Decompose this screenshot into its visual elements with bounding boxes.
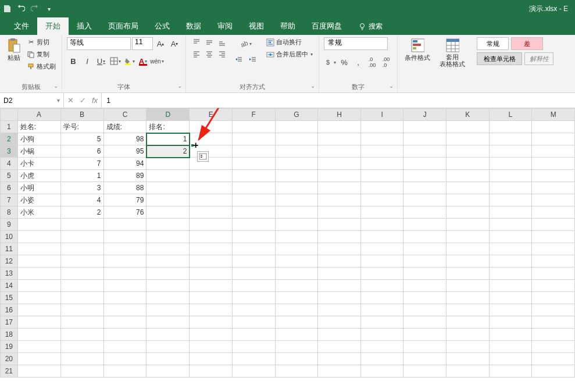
autofill-options-button[interactable] [197, 151, 209, 162]
cell-J7[interactable] [403, 194, 447, 206]
cell-C1[interactable]: 成绩: [103, 121, 147, 133]
row-header-1[interactable]: 1 [1, 121, 18, 133]
cell-K12[interactable] [447, 255, 490, 268]
cell-A11[interactable] [17, 243, 60, 255]
cell-H17[interactable] [318, 316, 361, 329]
cell-I16[interactable] [360, 304, 403, 316]
cell-B9[interactable] [60, 219, 103, 231]
cell-E11[interactable] [190, 243, 233, 255]
format-painter-button[interactable]: 格式刷 [26, 62, 57, 72]
row-header-9[interactable]: 9 [1, 219, 18, 231]
cell-G13[interactable] [275, 268, 318, 280]
cell-B20[interactable] [60, 353, 103, 365]
cell-K5[interactable] [447, 170, 490, 182]
col-header-D[interactable]: D [147, 109, 190, 121]
row-header-2[interactable]: 2 [1, 133, 18, 145]
cell-H11[interactable] [318, 243, 361, 255]
cell-G17[interactable] [275, 316, 318, 329]
cell-D1[interactable]: 排名: [147, 121, 190, 133]
cell-F15[interactable] [232, 292, 275, 304]
row-header-12[interactable]: 12 [1, 255, 18, 268]
row-header-4[interactable]: 4 [1, 158, 18, 170]
cell-A3[interactable]: 小锅 [17, 145, 60, 158]
cell-H2[interactable] [318, 133, 361, 145]
copy-button[interactable]: 复制 [26, 49, 57, 59]
cell-D6[interactable] [147, 182, 190, 194]
cell-D15[interactable] [147, 292, 190, 304]
cell-C10[interactable] [103, 231, 147, 243]
cell-I13[interactable] [360, 268, 403, 280]
cell-E20[interactable] [190, 353, 233, 365]
cell-F20[interactable] [232, 353, 275, 365]
cell-C6[interactable]: 88 [103, 182, 147, 194]
cell-A20[interactable] [17, 353, 60, 365]
cell-L16[interactable] [489, 304, 532, 316]
row-header-17[interactable]: 17 [1, 316, 18, 329]
cell-M9[interactable] [532, 219, 575, 231]
cell-M14[interactable] [532, 280, 575, 292]
cell-B10[interactable] [60, 231, 103, 243]
cell-D2[interactable]: 1 [147, 133, 190, 145]
cell-I7[interactable] [360, 194, 403, 206]
cell-M11[interactable] [532, 243, 575, 255]
border-button[interactable]: ▾ [109, 55, 122, 67]
cell-E4[interactable] [190, 158, 233, 170]
cell-J6[interactable] [403, 182, 447, 194]
italic-button[interactable]: I [81, 55, 94, 67]
tab-file[interactable]: 文件 [6, 17, 37, 35]
cell-H7[interactable] [318, 194, 361, 206]
cell-B18[interactable] [60, 329, 103, 341]
cell-F4[interactable] [232, 158, 275, 170]
cell-H13[interactable] [318, 268, 361, 280]
cell-M6[interactable] [532, 182, 575, 194]
cell-L12[interactable] [489, 255, 532, 268]
cell-B13[interactable] [60, 268, 103, 280]
cell-M16[interactable] [532, 304, 575, 316]
cell-G14[interactable] [275, 280, 318, 292]
decrease-decimal-icon[interactable]: .00.0 [380, 56, 392, 69]
cell-L15[interactable] [489, 292, 532, 304]
fx-icon[interactable]: fx [92, 96, 98, 105]
cell-K7[interactable] [447, 194, 490, 206]
cell-H21[interactable] [318, 365, 361, 377]
cell-K15[interactable] [447, 292, 490, 304]
cell-H16[interactable] [318, 304, 361, 316]
cell-C18[interactable] [103, 329, 147, 341]
search-box[interactable]: 搜索 [350, 18, 391, 35]
cell-I9[interactable] [360, 219, 403, 231]
cell-M18[interactable] [532, 329, 575, 341]
cell-A14[interactable] [17, 280, 60, 292]
col-header-I[interactable]: I [360, 109, 403, 121]
cell-K21[interactable] [447, 365, 490, 377]
redo-icon[interactable] [30, 4, 40, 13]
cell-G5[interactable] [275, 170, 318, 182]
name-box[interactable]: D2 [0, 93, 64, 108]
cell-L1[interactable] [489, 121, 532, 133]
cell-K3[interactable] [447, 145, 490, 158]
cell-F13[interactable] [232, 268, 275, 280]
cut-button[interactable]: ✂ 剪切 [26, 37, 57, 47]
cell-K11[interactable] [447, 243, 490, 255]
cell-E9[interactable] [190, 219, 233, 231]
cell-I6[interactable] [360, 182, 403, 194]
cell-L9[interactable] [489, 219, 532, 231]
cell-B16[interactable] [60, 304, 103, 316]
cell-A9[interactable] [17, 219, 60, 231]
cell-D11[interactable] [147, 243, 190, 255]
cell-A10[interactable] [17, 231, 60, 243]
col-header-M[interactable]: M [532, 109, 575, 121]
cell-C21[interactable] [103, 365, 147, 377]
paste-button[interactable]: 粘贴 [5, 37, 23, 63]
align-top-icon[interactable] [191, 37, 202, 48]
cell-A12[interactable] [17, 255, 60, 268]
cell-F17[interactable] [232, 316, 275, 329]
cell-H8[interactable] [318, 206, 361, 219]
align-right-icon[interactable] [216, 49, 228, 59]
cell-B5[interactable]: 1 [60, 170, 103, 182]
decrease-indent-icon[interactable] [233, 54, 245, 66]
cell-C7[interactable]: 79 [103, 194, 147, 206]
cell-C14[interactable] [103, 280, 147, 292]
cell-L14[interactable] [489, 280, 532, 292]
cell-D13[interactable] [147, 268, 190, 280]
cell-K6[interactable] [447, 182, 490, 194]
